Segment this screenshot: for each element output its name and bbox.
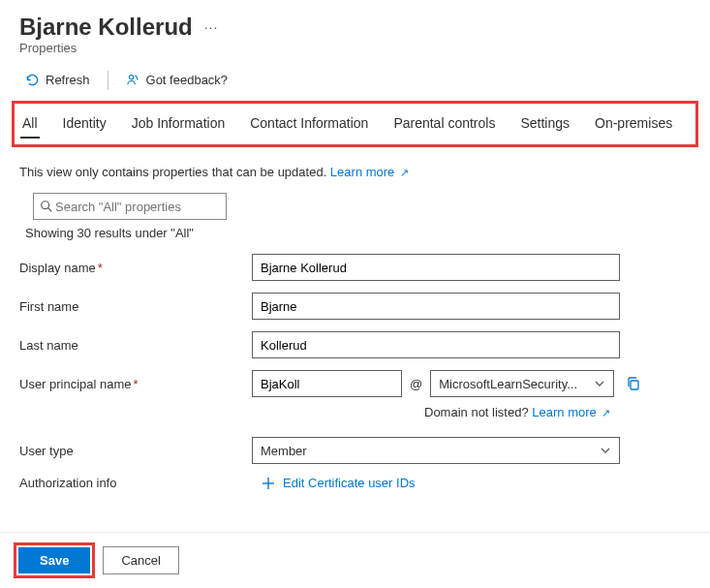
refresh-button[interactable]: Refresh: [19, 69, 96, 91]
auth-info-label: Authorization info: [19, 476, 252, 490]
tab-identity[interactable]: Identity: [61, 111, 108, 137]
first-name-label: First name: [19, 299, 252, 314]
results-count: Showing 30 results under "All": [25, 226, 691, 240]
description-text: This view only contains properties that …: [19, 165, 330, 179]
display-name-label: Display name*: [19, 261, 252, 275]
last-name-input[interactable]: [252, 331, 620, 358]
user-type-select[interactable]: Member: [252, 437, 620, 464]
save-highlight: Save: [14, 542, 95, 578]
tab-settings[interactable]: Settings: [518, 111, 571, 137]
external-link-icon: ↗: [400, 167, 409, 178]
chevron-down-icon: [600, 445, 611, 456]
feedback-icon: [126, 73, 140, 87]
plus-icon: [262, 477, 275, 490]
first-name-input[interactable]: [252, 293, 620, 320]
footer: Save Cancel: [0, 532, 710, 588]
refresh-icon: [25, 73, 40, 87]
upn-local-input[interactable]: [252, 370, 402, 397]
external-link-icon: ↗: [602, 407, 610, 418]
page-title: Bjarne Kollerud: [19, 14, 193, 41]
svg-rect-3: [631, 381, 638, 389]
refresh-label: Refresh: [46, 73, 90, 87]
edit-certificate-label: Edit Certificate user IDs: [283, 476, 416, 490]
learn-more-link[interactable]: Learn more ↗: [330, 165, 409, 179]
tabs: All Identity Job Information Contact Inf…: [15, 104, 695, 144]
search-icon: [40, 200, 53, 213]
feedback-button[interactable]: Got feedback?: [120, 69, 234, 91]
tab-job[interactable]: Job Information: [130, 111, 228, 137]
cancel-button[interactable]: Cancel: [103, 546, 178, 574]
domain-learn-more-link[interactable]: Learn more ↗: [532, 405, 610, 419]
description: This view only contains properties that …: [19, 165, 691, 179]
upn-domain-select[interactable]: MicrosoftLearnSecurity...: [430, 370, 614, 397]
search-box[interactable]: [33, 193, 227, 220]
required-icon: *: [98, 261, 103, 275]
user-type-value: Member: [261, 444, 307, 458]
last-name-label: Last name: [19, 338, 252, 353]
edit-certificate-button[interactable]: Edit Certificate user IDs: [262, 476, 416, 490]
required-icon: *: [134, 377, 139, 391]
copy-button[interactable]: [626, 376, 641, 391]
chevron-down-icon: [594, 378, 605, 389]
save-button[interactable]: Save: [18, 547, 90, 573]
tab-onprem[interactable]: On-premises: [593, 111, 674, 137]
search-input[interactable]: [53, 199, 220, 215]
upn-label: User principal name*: [19, 377, 252, 391]
svg-line-2: [48, 208, 52, 212]
tabs-highlight: All Identity Job Information Contact Inf…: [12, 101, 698, 147]
user-type-label: User type: [19, 444, 252, 458]
svg-point-0: [129, 76, 133, 79]
more-icon[interactable]: ···: [204, 19, 219, 35]
page-subtitle: Properties: [19, 41, 691, 55]
tab-all[interactable]: All: [20, 111, 40, 137]
upn-at: @: [410, 377, 422, 391]
tab-contact[interactable]: Contact Information: [248, 111, 370, 137]
toolbar-separator: [108, 71, 108, 90]
feedback-label: Got feedback?: [146, 73, 229, 87]
upn-domain-value: MicrosoftLearnSecurity...: [439, 377, 577, 391]
svg-point-1: [42, 201, 49, 209]
domain-hint: Domain not listed? Learn more ↗: [424, 405, 691, 419]
tab-parental[interactable]: Parental controls: [391, 111, 497, 137]
display-name-input[interactable]: [252, 254, 620, 281]
